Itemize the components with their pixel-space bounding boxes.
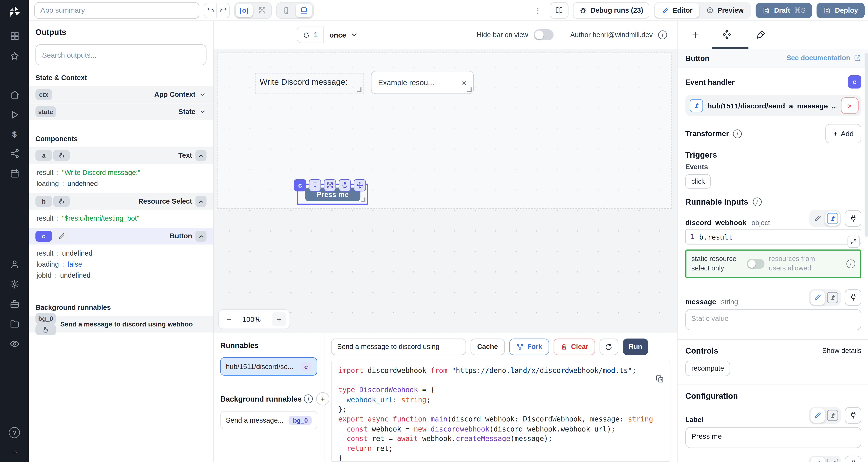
drag-hand-icon[interactable]: [53, 196, 70, 207]
redo-button[interactable]: [216, 3, 229, 18]
output-row-ctx[interactable]: ctx App Context: [29, 86, 213, 103]
undo-button[interactable]: [204, 3, 217, 18]
audit-logs-eye-icon[interactable]: [9, 338, 20, 349]
clear-button[interactable]: Clear: [553, 338, 595, 355]
mobile-view-button[interactable]: [278, 4, 294, 17]
see-documentation-link[interactable]: See documentation: [786, 54, 861, 62]
code-editor[interactable]: import discordwebhook from "https://deno…: [331, 361, 671, 462]
user-icon[interactable]: [9, 259, 20, 269]
deploy-button[interactable]: Deploy: [817, 2, 865, 18]
tab-editor[interactable]: Editor: [655, 3, 699, 18]
remove-runnable-button[interactable]: ×: [841, 97, 859, 114]
component-row-b[interactable]: b Resource Select: [29, 193, 213, 210]
inspector-scrollbar[interactable]: [865, 53, 868, 237]
run-button[interactable]: Run: [623, 338, 648, 355]
message-static-value-input[interactable]: [685, 309, 861, 330]
refresh-count-box[interactable]: 1: [297, 27, 324, 43]
move-icon[interactable]: [354, 179, 366, 192]
windmill-logo-icon[interactable]: [7, 4, 22, 19]
key[interactable]: jobId: [37, 272, 52, 279]
collapse-button[interactable]: [195, 150, 207, 161]
frequency-select[interactable]: once: [329, 31, 359, 39]
center-layout-button[interactable]: |o|: [236, 4, 253, 17]
fullscreen-canvas-button[interactable]: [254, 4, 270, 17]
hide-bar-toggle[interactable]: [534, 29, 554, 40]
info-icon[interactable]: i: [753, 198, 762, 206]
info-icon[interactable]: i: [304, 394, 313, 403]
component-row-a[interactable]: a Text: [29, 147, 213, 164]
clear-selection-icon[interactable]: ×: [462, 78, 467, 87]
key[interactable]: result: [37, 250, 54, 257]
app-summary-input[interactable]: [34, 2, 199, 19]
expand-component-icon[interactable]: [324, 179, 336, 192]
favorites-star-icon[interactable]: [9, 51, 20, 61]
expand-editor-icon[interactable]: [847, 236, 860, 248]
connect-plug-icon[interactable]: [845, 289, 861, 306]
more-menu-icon[interactable]: ⋮: [531, 6, 545, 15]
collapse-sidebar-icon[interactable]: →: [10, 446, 19, 455]
static-mode-pencil-icon[interactable]: [810, 408, 825, 423]
anchor-icon[interactable]: [339, 179, 351, 192]
background-runnable-row[interactable]: bg_0 Send a message to discord using web…: [29, 316, 213, 332]
chevron-down-icon[interactable]: [199, 108, 207, 116]
connect-plug-icon[interactable]: [845, 210, 861, 227]
runnable-name-input[interactable]: [331, 338, 466, 355]
refresh-code-button[interactable]: [599, 338, 618, 355]
static-mode-pencil-icon[interactable]: [810, 457, 825, 462]
draft-button[interactable]: Draft ⌘S: [756, 2, 812, 18]
static-resource-toggle[interactable]: [747, 259, 765, 269]
search-outputs-input[interactable]: [35, 44, 206, 65]
key[interactable]: result: [37, 214, 54, 223]
info-icon[interactable]: i: [658, 31, 667, 39]
zoom-out-button[interactable]: −: [226, 315, 231, 324]
key[interactable]: result: [37, 169, 54, 176]
key[interactable]: loading: [37, 261, 59, 268]
tab-component-settings-icon[interactable]: [720, 29, 733, 41]
eval-mode-function-icon[interactable]: f: [826, 457, 840, 462]
drag-hand-icon[interactable]: [53, 150, 70, 161]
eval-mode-function-icon[interactable]: f: [826, 211, 840, 226]
static-mode-pencil-icon[interactable]: [810, 211, 825, 226]
workers-icon[interactable]: [9, 299, 20, 309]
recompute-pill[interactable]: recompute: [685, 361, 730, 376]
output-row-state[interactable]: state State: [29, 103, 213, 121]
resources-icon[interactable]: [9, 148, 20, 159]
label-value-input[interactable]: Press me: [685, 427, 861, 448]
tab-styling-icon[interactable]: [755, 29, 766, 40]
zoom-in-button[interactable]: +: [272, 312, 286, 327]
debug-runs-button[interactable]: Debug runs (23): [573, 2, 649, 19]
help-icon[interactable]: ?: [9, 427, 20, 438]
tab-add-component-icon[interactable]: +: [692, 29, 699, 41]
eval-mode-function-icon[interactable]: f: [826, 408, 840, 423]
chevron-down-icon[interactable]: [199, 91, 207, 99]
event-click-pill[interactable]: click: [685, 174, 711, 189]
static-mode-pencil-icon[interactable]: [810, 290, 825, 305]
schedules-icon[interactable]: [9, 168, 20, 179]
drag-hand-icon[interactable]: [35, 324, 56, 335]
discord-webhook-expression-editor[interactable]: 1 b.result: [685, 229, 861, 244]
runnable-picker[interactable]: f hub/1511/discord/send_a_message_... ×: [685, 95, 861, 116]
info-icon[interactable]: i: [846, 259, 855, 268]
insert-below-icon[interactable]: [309, 179, 321, 192]
add-transformer-button[interactable]: + Add: [826, 124, 861, 143]
settings-gear-icon[interactable]: [9, 279, 20, 289]
fork-button[interactable]: Fork: [509, 338, 549, 355]
app-canvas[interactable]: Write Discord message: Example resou... …: [214, 49, 677, 333]
code-content[interactable]: import discordwebhook from "https://deno…: [338, 366, 670, 462]
component-row-c[interactable]: c Button: [29, 228, 213, 245]
apps-icon[interactable]: [9, 31, 20, 41]
show-details-link[interactable]: Show details: [822, 347, 861, 355]
collapse-button[interactable]: [195, 196, 207, 207]
component-id-badge[interactable]: c: [294, 179, 306, 192]
tab-preview[interactable]: Preview: [699, 3, 750, 18]
key[interactable]: loading: [37, 180, 59, 188]
runnable-item-selected[interactable]: hub/1511/discord/se... c: [220, 357, 317, 376]
edit-pencil-icon[interactable]: [53, 231, 70, 242]
cache-button[interactable]: Cache: [471, 338, 505, 355]
canvas-text-component[interactable]: Write Discord message:: [255, 73, 364, 94]
copy-code-icon[interactable]: [655, 374, 664, 383]
collapse-button[interactable]: [195, 231, 207, 242]
connect-plug-icon[interactable]: [845, 407, 861, 424]
docs-book-button[interactable]: [550, 2, 568, 19]
info-icon[interactable]: i: [733, 129, 742, 138]
